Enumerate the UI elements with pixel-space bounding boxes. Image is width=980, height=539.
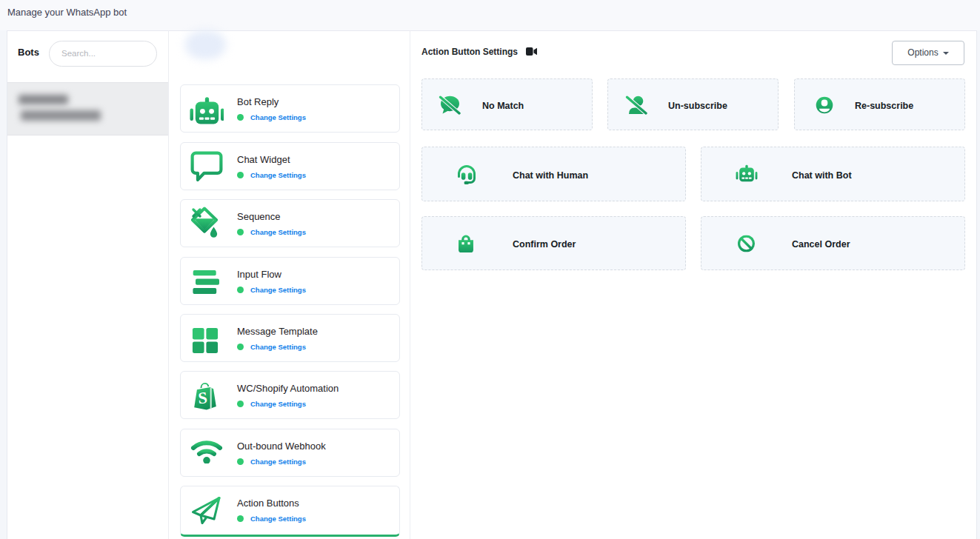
svg-text:S: S — [198, 388, 208, 407]
